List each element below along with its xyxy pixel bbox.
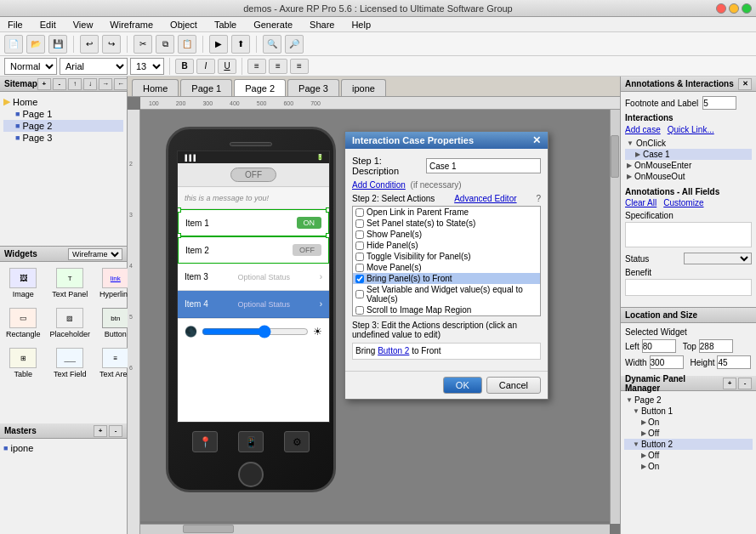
sitemap-item-page1[interactable]: ■ Page 1 [3, 108, 123, 120]
dpm-del-btn[interactable]: - [738, 378, 752, 389]
onmouseenter-item[interactable]: ▶ OnMouseEnter [625, 160, 752, 171]
action-openlink-checkbox[interactable] [355, 208, 364, 217]
close-btn[interactable] [716, 3, 726, 14]
nav-icon-3[interactable]: ⚙ [284, 431, 310, 452]
widget-image[interactable]: 🖼 Image [3, 264, 44, 302]
action-bringfront-checkbox[interactable] [355, 275, 364, 283]
phone-home-btn[interactable] [238, 462, 264, 487]
masters-add-btn[interactable]: + [94, 425, 107, 437]
canvas-scroll-area[interactable]: ▐▐▐ 🔋 OFF [140, 110, 620, 521]
phone-item2[interactable]: Item 2 OFF [178, 236, 329, 264]
scrollbar-horizontal[interactable] [140, 524, 610, 534]
action-togglevis[interactable]: Toggle Visibility for Panel(s) [353, 251, 540, 262]
action-movepanel-checkbox[interactable] [355, 264, 364, 272]
action-hidepanel-checkbox[interactable] [355, 241, 364, 250]
case1-item[interactable]: ▶ Case 1 [625, 149, 752, 160]
quick-link-btn[interactable]: Quick Link... [668, 125, 714, 134]
width-input[interactable] [650, 355, 684, 369]
sitemap-outdent-btn[interactable]: ← [114, 78, 128, 90]
top-input[interactable] [699, 339, 733, 353]
zoom-out-btn[interactable]: 🔎 [285, 35, 304, 54]
widget-text-panel[interactable]: T Text Panel [47, 264, 94, 302]
footnote-input[interactable] [702, 96, 736, 110]
redo-btn[interactable]: ↪ [102, 35, 121, 54]
menu-generate[interactable]: Generate [250, 19, 296, 31]
font-select[interactable]: Arial [60, 58, 128, 75]
sitemap-item-page2[interactable]: ■ Page 2 [3, 120, 123, 132]
undo-btn[interactable]: ↩ [80, 35, 99, 54]
menu-help[interactable]: Help [348, 19, 374, 31]
scrollbar-thumb-h[interactable] [183, 525, 234, 533]
maximize-btn[interactable] [742, 3, 752, 14]
dpm-btn2-off[interactable]: ▶ Off [624, 450, 753, 461]
toggle-off-btn[interactable]: OFF [230, 168, 276, 182]
add-case-link[interactable]: Add case [625, 125, 661, 134]
sitemap-del-btn[interactable]: - [53, 78, 66, 90]
tab-home[interactable]: Home [132, 79, 179, 96]
menu-object[interactable]: Object [167, 19, 201, 31]
dpm-button2[interactable]: ▼ Button 2 [624, 439, 753, 450]
status-select[interactable] [684, 253, 752, 264]
action-setvar[interactable]: Set Variable and Widget value(s) equal t… [353, 284, 540, 304]
menu-edit[interactable]: Edit [37, 19, 60, 31]
nav-icon-2[interactable]: 📱 [238, 431, 264, 452]
dialog-close-btn[interactable]: ✕ [532, 134, 541, 146]
minimize-btn[interactable] [729, 3, 739, 14]
paste-btn[interactable]: 📋 [178, 35, 196, 54]
nav-icon-1[interactable]: 📍 [192, 431, 218, 452]
save-btn[interactable]: 💾 [48, 35, 67, 54]
publish-btn[interactable]: ⬆ [231, 35, 250, 54]
left-input[interactable] [642, 339, 676, 353]
help-icon[interactable]: ? [536, 194, 541, 203]
onclick-item[interactable]: ▼ OnClick [625, 138, 752, 149]
dpm-btn2-on[interactable]: ▶ On [624, 461, 753, 472]
dialog-ok-btn[interactable]: OK [443, 377, 482, 394]
preview-btn[interactable]: ▶ [209, 35, 228, 54]
masters-del-btn[interactable]: - [109, 425, 122, 437]
action-scroll-checkbox[interactable] [355, 306, 364, 315]
action-button2-link[interactable]: Button 2 [378, 346, 409, 355]
phone-item4[interactable]: Item 4 Optional Status › [178, 291, 329, 318]
cut-btn[interactable]: ✂ [134, 35, 152, 54]
action-showpanel[interactable]: Show Panel(s) [353, 229, 540, 240]
ann-close-btn[interactable]: ✕ [738, 78, 752, 90]
menu-view[interactable]: View [70, 19, 97, 31]
scrollbar-thumb-v[interactable] [611, 135, 619, 178]
phone-slider[interactable] [202, 327, 309, 336]
menu-share[interactable]: Share [306, 19, 338, 31]
align-right-btn[interactable]: ≡ [290, 59, 309, 74]
widget-rectangle[interactable]: ▭ Rectangle [3, 304, 44, 342]
action-setpanel[interactable]: Set Panel state(s) to State(s) [353, 218, 540, 229]
action-togglevis-checkbox[interactable] [355, 253, 364, 261]
action-setpanel-checkbox[interactable] [355, 219, 364, 228]
sitemap-indent-btn[interactable]: → [99, 78, 112, 90]
menu-file[interactable]: File [4, 19, 26, 31]
step1-input[interactable] [426, 158, 541, 173]
tab-page3[interactable]: Page 3 [287, 79, 339, 96]
tab-page1[interactable]: Page 1 [180, 79, 232, 96]
align-center-btn[interactable]: ≡ [269, 59, 287, 74]
action-hidepanel[interactable]: Hide Panel(s) [353, 240, 540, 251]
benefit-textarea[interactable] [625, 279, 752, 296]
action-open-link[interactable]: Open Link in Parent Frame [353, 207, 540, 218]
advanced-editor-link[interactable]: Advanced Editor [454, 194, 516, 203]
item2-toggle[interactable]: OFF [293, 244, 321, 256]
zoom-in-btn[interactable]: 🔍 [263, 35, 281, 54]
dpm-add-btn[interactable]: + [723, 378, 736, 389]
clear-all-link[interactable]: Clear All [625, 198, 657, 207]
widget-text-field[interactable]: ___ Text Field [47, 344, 94, 382]
dpm-button1[interactable]: ▼ Button 1 [624, 406, 753, 417]
copy-btn[interactable]: ⧉ [156, 35, 174, 54]
sitemap-add-btn[interactable]: + [37, 78, 51, 90]
underline-btn[interactable]: U [218, 59, 236, 74]
dpm-btn1-off[interactable]: ▶ Off [624, 428, 753, 439]
action-scroll[interactable]: Scroll to Image Map Region [353, 304, 540, 315]
tab-ipone[interactable]: ipone [341, 79, 386, 96]
font-size-select[interactable]: 13 [130, 58, 164, 75]
new-btn[interactable]: 📄 [4, 35, 23, 54]
spec-textarea[interactable] [625, 222, 752, 247]
masters-item-ipone[interactable]: ■ ipone [3, 442, 123, 454]
widget-table[interactable]: ⊞ Table [3, 344, 44, 382]
scrollbar-vertical[interactable] [610, 110, 620, 524]
action-showpanel-checkbox[interactable] [355, 230, 364, 239]
